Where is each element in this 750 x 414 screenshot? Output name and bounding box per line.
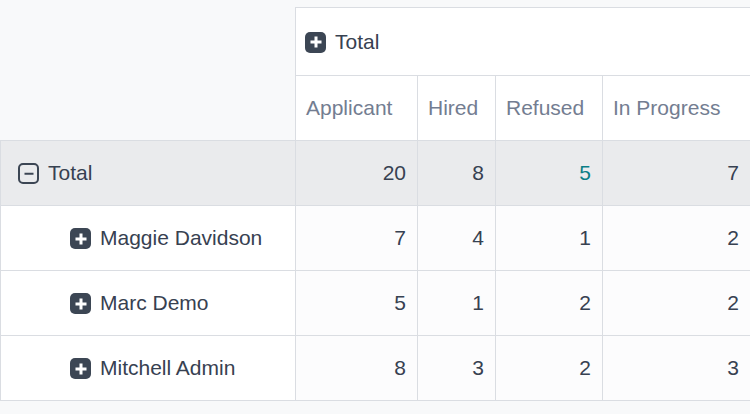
measure-header-applicant[interactable]: Applicant <box>296 76 418 141</box>
cell-value[interactable]: 5 <box>296 271 418 336</box>
cell-value[interactable]: 2 <box>603 271 750 336</box>
cell-value[interactable]: 3 <box>418 336 496 401</box>
cell-value[interactable]: 1 <box>418 271 496 336</box>
measure-header-row: Applicant Hired Refused In Progress <box>1 76 750 141</box>
cell-total-hired[interactable]: 8 <box>418 141 496 206</box>
table-row-maggie-davidson: Maggie Davidson 7 4 1 2 <box>1 206 750 271</box>
column-group-label: Total <box>335 30 379 53</box>
cell-value[interactable]: 2 <box>496 336 603 401</box>
row-label: Marc Demo <box>100 291 209 314</box>
column-header-total[interactable]: Total <box>296 8 750 76</box>
table-row-mitchell-admin: Mitchell Admin 8 3 2 3 <box>1 336 750 401</box>
corner-cell <box>1 8 296 76</box>
expand-plus-icon <box>305 32 326 53</box>
pivot-table: Total Applicant Hired Refused In Progres… <box>0 7 750 401</box>
measure-header-hired[interactable]: Hired <box>418 76 496 141</box>
column-group-row: Total <box>1 8 750 76</box>
cell-value[interactable]: 3 <box>603 336 750 401</box>
row-header-mitchell-admin[interactable]: Mitchell Admin <box>1 336 296 401</box>
row-header-marc-demo[interactable]: Marc Demo <box>1 271 296 336</box>
cell-value[interactable]: 2 <box>496 271 603 336</box>
expand-plus-icon <box>70 358 91 379</box>
row-header-total[interactable]: Total <box>1 141 296 206</box>
cell-value[interactable]: 1 <box>496 206 603 271</box>
table-row-marc-demo: Marc Demo 5 1 2 2 <box>1 271 750 336</box>
cell-value[interactable]: 7 <box>296 206 418 271</box>
cell-total-refused[interactable]: 5 <box>496 141 603 206</box>
expand-plus-icon <box>70 293 91 314</box>
cell-value[interactable]: 8 <box>296 336 418 401</box>
cell-total-in-progress[interactable]: 7 <box>603 141 750 206</box>
expand-plus-icon <box>70 228 91 249</box>
corner-cell <box>1 76 296 141</box>
measure-header-refused[interactable]: Refused <box>496 76 603 141</box>
row-label: Mitchell Admin <box>100 356 235 379</box>
row-label: Total <box>48 161 92 184</box>
row-header-maggie-davidson[interactable]: Maggie Davidson <box>1 206 296 271</box>
row-label: Maggie Davidson <box>100 226 262 249</box>
cell-total-applicant[interactable]: 20 <box>296 141 418 206</box>
collapse-minus-icon <box>18 163 39 184</box>
table-row-total: Total 20 8 5 7 <box>1 141 750 206</box>
cell-value[interactable]: 2 <box>603 206 750 271</box>
measure-header-in-progress[interactable]: In Progress <box>603 76 750 141</box>
cell-value[interactable]: 4 <box>418 206 496 271</box>
